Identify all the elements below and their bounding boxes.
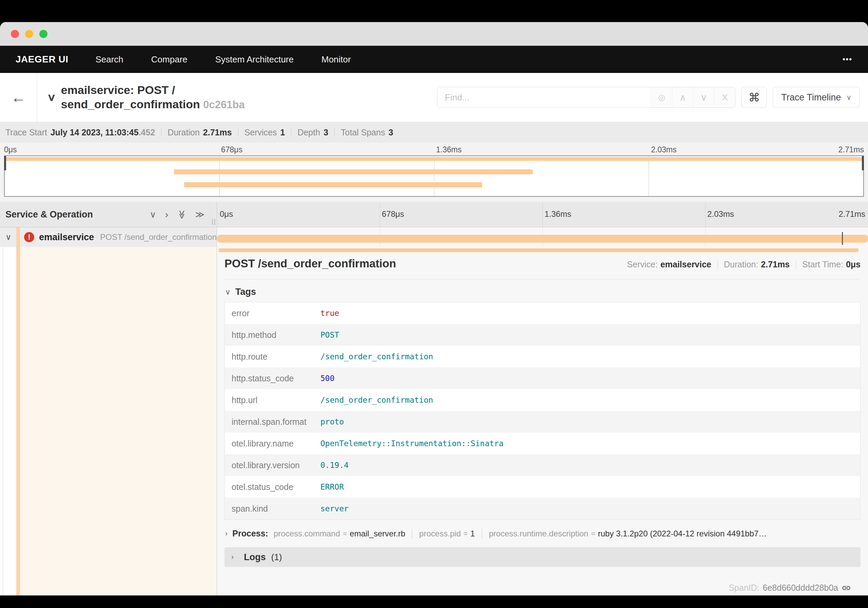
minimap-axis: 0μs 678μs 1.36ms 2.03ms 2.71ms: [4, 145, 864, 155]
span-service-name: emailservice: [39, 232, 94, 243]
trace-minimap: 0μs 678μs 1.36ms 2.03ms 2.71ms: [0, 143, 868, 202]
trace-title: emailservice: POST / send_order_confirma…: [61, 83, 245, 112]
tag-row: otel.library.version 0.19.4: [225, 454, 860, 476]
span-id-label: SpanID:: [728, 583, 759, 593]
trace-title-line1: emailservice: POST /: [61, 83, 245, 97]
copy-link-icon[interactable]: [842, 583, 851, 593]
logs-count: (1): [271, 552, 282, 563]
error-icon: !: [24, 232, 34, 242]
span-row-name-cell[interactable]: ∨ ! emailservice POST /send_order_confir…: [0, 227, 217, 247]
nav-item-search[interactable]: Search: [95, 54, 123, 65]
process-section-toggle[interactable]: › Process: process.command = email_serve…: [225, 529, 860, 538]
minimap-span-bar: [5, 157, 863, 161]
process-kv: process.pid = 1: [419, 529, 475, 538]
screen: JAEGER UI Search Compare System Architec…: [0, 0, 868, 608]
find-input[interactable]: [437, 87, 651, 107]
trace-summary-bar: Trace Start July 14 2023, 11:03:45 .452 …: [0, 122, 868, 143]
find-match-case-icon[interactable]: ◎: [651, 87, 672, 107]
keyboard-shortcuts-button[interactable]: ⌘: [741, 87, 767, 108]
tags-section-toggle[interactable]: ∨ Tags: [225, 287, 860, 297]
span-detail-accent-bar: [219, 248, 859, 252]
collapse-all-icon[interactable]: ≫: [177, 210, 187, 219]
span-detail-meta: Service: emailservice Duration: 2.71ms S…: [627, 260, 860, 269]
nav-item-system-architecture[interactable]: System Architecture: [215, 54, 294, 65]
tag-row: internal.span.format proto: [225, 411, 860, 432]
span-row: ∨ ! emailservice POST /send_order_confir…: [0, 227, 868, 247]
span-id-row: SpanID: 6e8d660dddd28b0a: [728, 583, 851, 593]
span-detail-rail-fill: [20, 247, 217, 596]
minimap-left-drag-handle[interactable]: [4, 156, 6, 170]
summary-depth: Depth 3: [298, 128, 328, 137]
app-window: JAEGER UI Search Compare System Architec…: [0, 22, 868, 596]
minimap-right-drag-handle[interactable]: [862, 156, 864, 170]
tag-row: error true: [225, 302, 860, 324]
tag-row: otel.status_code ERROR: [225, 476, 860, 498]
tag-row: http.method POST: [225, 324, 860, 346]
span-color-band: [16, 247, 20, 596]
tag-row: http.route /send_order_confirmation: [225, 346, 860, 367]
span-operation-name: POST /send_order_confirmation: [100, 232, 217, 242]
app-brand: JAEGER UI: [16, 54, 68, 65]
timeline-axis: 0μs 678μs 1.36ms 2.03ms 2.71ms: [217, 202, 868, 227]
column-resizer[interactable]: [212, 219, 215, 225]
find-prev-button[interactable]: ∧: [672, 87, 693, 107]
close-window-button[interactable]: [11, 30, 19, 38]
service-operation-header: Service & Operation ∨ › ≫ ≫: [0, 202, 217, 227]
logs-section-toggle[interactable]: › Logs (1): [225, 547, 860, 567]
tags-section-title: Tags: [235, 287, 256, 297]
minimap-span-bar: [184, 182, 482, 187]
find-bar: ◎ ∧ ∨ X: [437, 87, 735, 108]
top-navbar: JAEGER UI Search Compare System Architec…: [0, 46, 868, 73]
tag-row: otel.library.name OpenTelemetry::Instrum…: [225, 432, 860, 454]
summary-duration: Duration 2.71ms: [167, 128, 232, 137]
trace-collapse-icon[interactable]: ∨: [47, 91, 56, 103]
logs-section-title: Logs: [244, 552, 266, 563]
find-clear-button[interactable]: X: [714, 87, 735, 107]
span-detail-panel: POST /send_order_confirmation Service: e…: [217, 247, 868, 596]
minimize-window-button[interactable]: [25, 30, 33, 38]
span-detail-rail: [0, 247, 217, 596]
tag-row: span.kind server: [225, 498, 860, 519]
chevron-down-icon: ∨: [225, 288, 231, 297]
span-collapse-chevron-icon[interactable]: ∨: [5, 232, 13, 242]
window-titlebar: [0, 22, 868, 46]
command-icon: ⌘: [748, 90, 760, 104]
tag-row: http.status_code 500: [225, 367, 860, 389]
minimap-viewport[interactable]: [4, 155, 864, 197]
chevron-right-icon: ›: [231, 553, 234, 561]
span-detail-region: POST /send_order_confirmation Service: e…: [0, 247, 868, 596]
span-id-value: 6e8d660dddd28b0a: [763, 583, 838, 593]
nav-item-monitor[interactable]: Monitor: [321, 54, 351, 65]
summary-trace-start: Trace Start July 14 2023, 11:03:45 .452: [5, 128, 155, 137]
trace-view-dropdown[interactable]: Trace Timeline ∨: [773, 87, 860, 108]
span-color-band: [16, 227, 20, 247]
span-log-marker: [842, 232, 843, 245]
trace-title-line2: send_order_confirmation 0c261ba: [61, 97, 245, 112]
collapse-one-icon[interactable]: ∨: [150, 209, 156, 220]
tags-table: error true http.method POST http.route /…: [225, 302, 860, 520]
span-row-timeline-cell[interactable]: [217, 227, 868, 247]
find-next-button[interactable]: ∨: [693, 87, 714, 107]
minimap-span-bar: [174, 169, 533, 174]
trace-id: 0c261ba: [203, 99, 245, 110]
zoom-window-button[interactable]: [39, 30, 48, 38]
service-operation-title: Service & Operation: [5, 209, 93, 220]
nav-overflow-icon[interactable]: •••: [843, 55, 852, 64]
expand-one-icon[interactable]: ›: [165, 209, 169, 220]
process-kv: process.command = email_server.rb: [274, 529, 405, 538]
chevron-right-icon: ›: [225, 529, 228, 538]
summary-services: Services 1: [245, 128, 285, 137]
timeline-header-row: Service & Operation ∨ › ≫ ≫ 0μs 678μs 1.…: [0, 202, 868, 227]
tag-row: http.url /send_order_confirmation: [225, 389, 860, 411]
back-button[interactable]: ←: [0, 73, 37, 122]
nav-item-compare[interactable]: Compare: [151, 54, 188, 65]
process-section-title: Process:: [232, 529, 268, 538]
span-duration-bar[interactable]: [217, 235, 868, 243]
chevron-down-icon: ∨: [846, 93, 851, 101]
expand-all-icon[interactable]: ≫: [195, 209, 205, 220]
span-detail-title: POST /send_order_confirmation: [225, 257, 396, 270]
trace-header: ← ∨ emailservice: POST / send_order_conf…: [0, 73, 868, 122]
process-kv: process.runtime.description = ruby 3.1.2…: [489, 529, 767, 538]
trace-view-label: Trace Timeline: [781, 92, 841, 103]
back-arrow-icon: ←: [11, 89, 26, 106]
